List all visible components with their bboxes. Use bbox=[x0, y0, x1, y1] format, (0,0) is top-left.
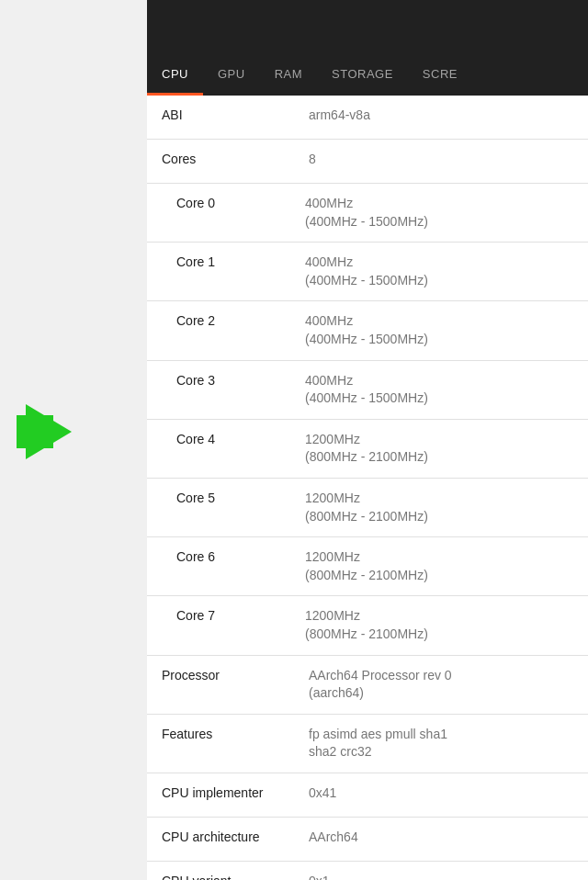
row-value: arm64-v8a bbox=[309, 107, 573, 125]
tab-cpu[interactable]: CPU bbox=[147, 51, 203, 96]
row-value: 400MHz(400MHz - 1500MHz) bbox=[305, 372, 573, 408]
table-row: Core 61200MHz(800MHz - 2100MHz) bbox=[147, 537, 588, 596]
table-row: ProcessorAArch64 Processor rev 0(aarch64… bbox=[147, 656, 588, 715]
row-value: fp asimd aes pmull sha1sha2 crc32 bbox=[309, 726, 573, 762]
row-label: CPU variant bbox=[162, 873, 309, 880]
table-row: Core 1400MHz(400MHz - 1500MHz) bbox=[147, 243, 588, 301]
table-row: Core 51200MHz(800MHz - 2100MHz) bbox=[147, 479, 588, 537]
row-value: 1200MHz(800MHz - 2100MHz) bbox=[305, 490, 573, 525]
row-label: Core 3 bbox=[176, 372, 305, 388]
table-row: Cores8 bbox=[147, 140, 588, 184]
row-value: 400MHz(400MHz - 1500MHz) bbox=[305, 312, 573, 348]
table-row: Core 71200MHz(800MHz - 2100MHz) bbox=[147, 596, 588, 655]
row-label: Core 5 bbox=[176, 490, 305, 505]
app-panel: CPU GPU RAM STORAGE SCRE ABIarm64-v8aCor… bbox=[147, 0, 588, 880]
row-label: Core 2 bbox=[176, 312, 305, 328]
table-row: Core 0400MHz(400MHz - 1500MHz) bbox=[147, 184, 588, 243]
tab-gpu[interactable]: GPU bbox=[203, 51, 260, 96]
row-label: ABI bbox=[162, 107, 309, 122]
row-value: 8 bbox=[309, 151, 573, 169]
row-value: 400MHz(400MHz - 1500MHz) bbox=[305, 254, 573, 289]
row-value: 0x1 bbox=[309, 873, 573, 880]
arrow-indicator bbox=[26, 404, 72, 459]
row-label: Features bbox=[162, 726, 309, 741]
row-value: AArch64 Processor rev 0(aarch64) bbox=[309, 667, 573, 703]
row-label: Core 7 bbox=[176, 607, 305, 623]
row-label: Core 1 bbox=[176, 254, 305, 269]
table-row: CPU implementer0x41 bbox=[147, 773, 588, 818]
row-value: 1200MHz(800MHz - 2100MHz) bbox=[305, 431, 573, 467]
row-label: Core 0 bbox=[176, 195, 305, 210]
content-area: ABIarm64-v8aCores8Core 0400MHz(400MHz - … bbox=[147, 96, 588, 880]
row-label: Core 4 bbox=[176, 431, 305, 446]
row-value: 400MHz(400MHz - 1500MHz) bbox=[305, 195, 573, 231]
tab-screen[interactable]: SCRE bbox=[408, 51, 472, 96]
row-label: CPU implementer bbox=[162, 784, 309, 800]
table-row: CPU variant0x1 bbox=[147, 862, 588, 880]
table-row: ABIarm64-v8a bbox=[147, 96, 588, 140]
table-row: Core 2400MHz(400MHz - 1500MHz) bbox=[147, 301, 588, 360]
toolbar bbox=[147, 0, 588, 51]
table-row: Featuresfp asimd aes pmull sha1sha2 crc3… bbox=[147, 715, 588, 773]
row-label: Core 6 bbox=[176, 548, 305, 564]
row-label: Processor bbox=[162, 667, 309, 683]
row-label: Cores bbox=[162, 151, 309, 166]
row-value: AArch64 bbox=[309, 829, 573, 847]
table-row: Core 41200MHz(800MHz - 2100MHz) bbox=[147, 420, 588, 479]
row-value: 1200MHz(800MHz - 2100MHz) bbox=[305, 607, 573, 643]
tab-bar: CPU GPU RAM STORAGE SCRE bbox=[147, 51, 588, 96]
table-row: Core 3400MHz(400MHz - 1500MHz) bbox=[147, 361, 588, 420]
table-row: CPU architectureAArch64 bbox=[147, 818, 588, 862]
row-value: 0x41 bbox=[309, 784, 573, 803]
tab-storage[interactable]: STORAGE bbox=[317, 51, 408, 96]
row-label: CPU architecture bbox=[162, 829, 309, 844]
tab-ram[interactable]: RAM bbox=[260, 51, 317, 96]
row-value: 1200MHz(800MHz - 2100MHz) bbox=[305, 548, 573, 584]
